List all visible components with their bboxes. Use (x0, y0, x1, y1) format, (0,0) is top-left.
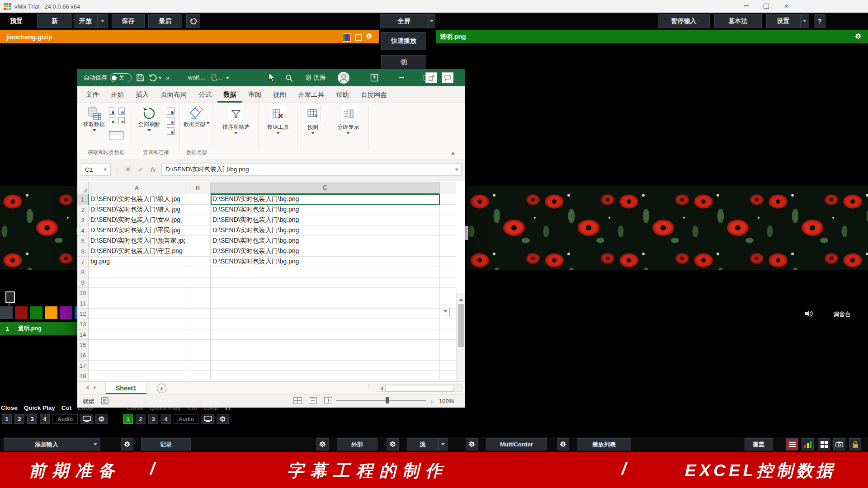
preset-2-button-left[interactable]: 2 (14, 414, 24, 424)
snapshot-icon[interactable] (833, 438, 845, 450)
record-gear-icon[interactable] (121, 438, 133, 450)
insert-function-icon[interactable]: fx (148, 163, 159, 176)
cell-C7[interactable]: D:\SEND\实时包装入门\bg.png (211, 257, 440, 267)
normal-view-icon[interactable] (293, 397, 302, 404)
help-button[interactable]: ? (814, 14, 826, 28)
tab-视图[interactable]: 视图 (267, 86, 292, 103)
color-swatch-3[interactable] (45, 306, 57, 319)
cell-C18[interactable] (211, 371, 440, 381)
cell-A4[interactable]: D:\SEND\实时包装入门\平民.jpg (89, 225, 185, 236)
cell-B6[interactable] (185, 246, 211, 257)
zoom-out-icon[interactable]: − (329, 397, 333, 404)
cell-A17[interactable] (89, 361, 185, 371)
quick-play-button-left[interactable]: Quick Play (24, 404, 55, 411)
tab-开始[interactable]: 开始 (105, 86, 130, 103)
cell-A11[interactable] (89, 298, 185, 309)
cell-C17[interactable] (211, 361, 440, 371)
audio-button-right[interactable]: Audio (174, 414, 199, 424)
get-data-button[interactable]: 获取数据 (82, 106, 106, 135)
cell-D6[interactable] (440, 246, 456, 257)
cancel-icon[interactable]: ✕ (123, 163, 133, 176)
audio-button-left[interactable]: Audio (52, 414, 78, 424)
column-header-b[interactable]: B (185, 182, 211, 194)
cell-B15[interactable] (185, 340, 211, 350)
excel-minimize-icon[interactable] (394, 69, 408, 86)
cell-A5[interactable]: D:\SEND\实时包装入门\预言家.jpg (89, 236, 185, 246)
row-header-18[interactable]: 18 (77, 371, 89, 381)
tab-文件[interactable]: 文件 (80, 86, 105, 103)
outline-button[interactable]: 分级显示 (331, 106, 365, 137)
preset-3-button-right[interactable]: 3 (148, 414, 158, 424)
multicorder-button[interactable]: MultiCorder (486, 438, 547, 450)
table-source-icon[interactable] (109, 131, 123, 140)
input-list-item[interactable]: 1 透明.png (0, 322, 77, 335)
cell-C9[interactable] (211, 277, 440, 288)
close-icon[interactable]: × (779, 0, 793, 12)
cell-D15[interactable] (440, 340, 456, 350)
settings-button[interactable]: 设置 (766, 14, 800, 28)
preset-4-button-right[interactable]: 4 (161, 414, 171, 424)
cell-D16[interactable] (440, 350, 456, 361)
zoom-slider[interactable] (336, 400, 426, 401)
cell-C6[interactable]: D:\SEND\实时包装入门\bg.png (211, 246, 440, 257)
cell-B13[interactable] (185, 319, 211, 329)
cell-B7[interactable] (185, 257, 211, 267)
cell-C13[interactable] (211, 319, 440, 329)
tab-百度网盘[interactable]: 百度网盘 (355, 86, 393, 103)
cell-dropdown-icon[interactable] (441, 307, 450, 317)
cell-C12[interactable] (211, 309, 440, 319)
cell-D13[interactable] (440, 319, 456, 329)
cell-C3[interactable]: D:\SEND\实时包装入门\bg.png (211, 215, 440, 225)
sheet-prev-icon[interactable] (84, 385, 89, 390)
get-data-small-icons[interactable] (109, 108, 126, 124)
horizontal-scrollbar[interactable] (376, 384, 462, 392)
tab-开发工具[interactable]: 开发工具 (292, 86, 330, 103)
cell-D5[interactable] (440, 236, 456, 246)
row-header-17[interactable]: 17 (77, 361, 89, 371)
cell-C11[interactable] (211, 298, 440, 309)
cell-D2[interactable] (440, 205, 456, 215)
save-button[interactable]: 保存 (112, 14, 145, 28)
cell-B9[interactable] (185, 277, 211, 288)
multicorder-gear-icon[interactable] (466, 438, 478, 450)
sort-filter-button[interactable]: 排序和筛选 (217, 106, 255, 137)
avatar[interactable] (337, 69, 350, 86)
cell-B3[interactable] (185, 215, 211, 225)
row-header-13[interactable]: 13 (77, 319, 89, 329)
stream-dropdown-icon[interactable] (439, 438, 448, 450)
name-box[interactable]: C1 (81, 163, 111, 176)
cell-D14[interactable] (440, 329, 456, 340)
cell-A10[interactable] (89, 288, 185, 298)
formula-input[interactable]: D:\SEND\实时包装入门\bg.png (161, 163, 462, 176)
input-settings-gear-icon[interactable] (366, 33, 373, 42)
data-tools-button[interactable]: 数据工具 (262, 106, 294, 137)
cell-B16[interactable] (185, 350, 211, 361)
cell-C5[interactable]: D:\SEND\实时包装入门\bg.png (211, 236, 440, 246)
tab-插入[interactable]: 插入 (130, 86, 155, 103)
cell-B11[interactable] (185, 298, 211, 309)
cell-C1[interactable]: D:\SEND\实时包装入门\bg.png (211, 194, 440, 205)
stream-gear-icon[interactable] (387, 438, 399, 450)
cell-D17[interactable] (440, 361, 456, 371)
cell-D4[interactable] (440, 225, 456, 236)
preset-1-button-left[interactable]: 1 (2, 414, 12, 424)
open-button[interactable]: 开放 (74, 14, 97, 28)
last-button[interactable]: 最后 (148, 14, 182, 28)
collapse-ribbon-icon[interactable] (451, 148, 455, 156)
color-swatch-2[interactable] (30, 306, 42, 319)
row-header-14[interactable]: 14 (77, 329, 89, 340)
row-header-12[interactable]: 12 (77, 309, 89, 319)
settings-dropdown-icon[interactable] (800, 14, 809, 28)
cell-C14[interactable] (211, 329, 440, 340)
restart-icon[interactable] (186, 14, 200, 28)
row-header-1[interactable]: 1 (77, 194, 89, 205)
toolbar-overflow-icon[interactable]: » (166, 69, 170, 86)
cell-C8[interactable] (211, 267, 440, 277)
column-header-a[interactable]: A (89, 182, 185, 194)
colorbars-icon[interactable] (343, 33, 351, 42)
enter-icon[interactable]: ✓ (135, 163, 146, 176)
external-button[interactable]: 外部 (337, 438, 377, 450)
row-header-8[interactable]: 8 (77, 267, 89, 277)
cell-A2[interactable]: D:\SEND\实时包装入门\猎人.jpg (89, 205, 185, 215)
cell-B4[interactable] (185, 225, 211, 236)
